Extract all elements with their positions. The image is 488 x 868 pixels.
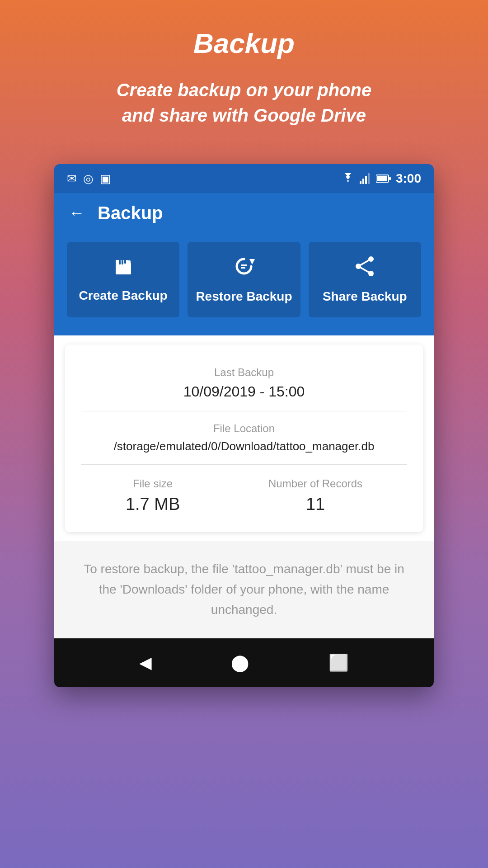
restore-note-text: To restore backup, the file 'tattoo_mana…	[81, 559, 407, 620]
wifi-icon	[341, 173, 355, 184]
signal-icon	[360, 173, 371, 184]
restore-backup-label: Restore Backup	[196, 288, 292, 305]
file-location-value: /storage/emulated/0/Download/tattoo_mana…	[81, 439, 407, 453]
restore-note-area: To restore backup, the file 'tattoo_mana…	[54, 541, 434, 638]
back-button[interactable]: ←	[69, 203, 85, 222]
status-icons-left: ✉ ◎ ▣	[67, 172, 111, 186]
restore-backup-button[interactable]: Restore Backup	[188, 242, 300, 317]
outer-subtitle: Create backup on your phoneand share wit…	[80, 77, 408, 128]
svg-marker-13	[249, 259, 255, 264]
file-stats-row: File size 1.7 MB Number of Records 11	[81, 468, 407, 518]
svg-line-20	[358, 266, 371, 274]
nav-home-button[interactable]: ⬤	[231, 653, 249, 672]
last-backup-value: 10/09/2019 - 15:00	[81, 383, 407, 400]
sdcard-status-icon: ▣	[100, 172, 111, 186]
svg-rect-3	[368, 173, 370, 184]
num-records-label: Number of Records	[268, 477, 362, 490]
num-records-col: Number of Records 11	[268, 477, 362, 514]
svg-rect-15	[241, 267, 245, 269]
battery-icon	[376, 174, 391, 183]
info-card-area: Last Backup 10/09/2019 - 15:00 File Loca…	[54, 335, 434, 638]
actions-area: Create Backup Restore Backup	[54, 233, 434, 335]
outer-title: Backup	[193, 27, 295, 59]
share-backup-label: Share Backup	[323, 288, 407, 305]
gmail-icon: ✉	[67, 172, 77, 186]
svg-line-19	[358, 259, 371, 266]
svg-rect-12	[124, 260, 126, 264]
svg-rect-14	[241, 264, 247, 266]
status-bar: ✉ ◎ ▣	[54, 164, 434, 193]
create-backup-button[interactable]: Create Backup	[67, 242, 179, 317]
last-backup-label: Last Backup	[81, 366, 407, 379]
divider-2	[81, 464, 407, 465]
file-size-label: File size	[126, 477, 180, 490]
nav-bar: ◀ ⬤ ⬜	[54, 638, 434, 687]
create-backup-label: Create Backup	[79, 288, 168, 304]
status-icons-right: 3:00	[341, 171, 421, 186]
toolbar: ← Backup	[54, 193, 434, 233]
svg-rect-10	[119, 260, 121, 264]
globe-icon: ◎	[83, 172, 94, 186]
file-location-label: File Location	[81, 422, 407, 435]
num-records-value: 11	[268, 495, 362, 514]
nav-back-button[interactable]: ◀	[139, 653, 152, 672]
svg-rect-2	[365, 176, 367, 184]
svg-rect-6	[389, 177, 391, 180]
divider-1	[81, 411, 407, 411]
last-backup-section: Last Backup 10/09/2019 - 15:00	[81, 359, 407, 407]
svg-rect-5	[377, 176, 387, 181]
svg-rect-1	[362, 179, 364, 184]
share-icon	[353, 255, 376, 279]
status-time: 3:00	[396, 171, 421, 186]
toolbar-title: Backup	[98, 203, 163, 223]
sd-card-icon	[112, 255, 135, 278]
share-backup-button[interactable]: Share Backup	[309, 242, 421, 317]
restore-icon	[232, 255, 256, 279]
file-location-section: File Location /storage/emulated/0/Downlo…	[81, 415, 407, 461]
file-size-col: File size 1.7 MB	[126, 477, 180, 514]
svg-rect-0	[360, 181, 361, 184]
nav-recents-button[interactable]: ⬜	[328, 653, 349, 672]
file-size-value: 1.7 MB	[126, 495, 180, 514]
info-card: Last Backup 10/09/2019 - 15:00 File Loca…	[65, 344, 423, 532]
phone-container: ✉ ◎ ▣	[54, 164, 434, 687]
svg-rect-11	[122, 260, 123, 264]
